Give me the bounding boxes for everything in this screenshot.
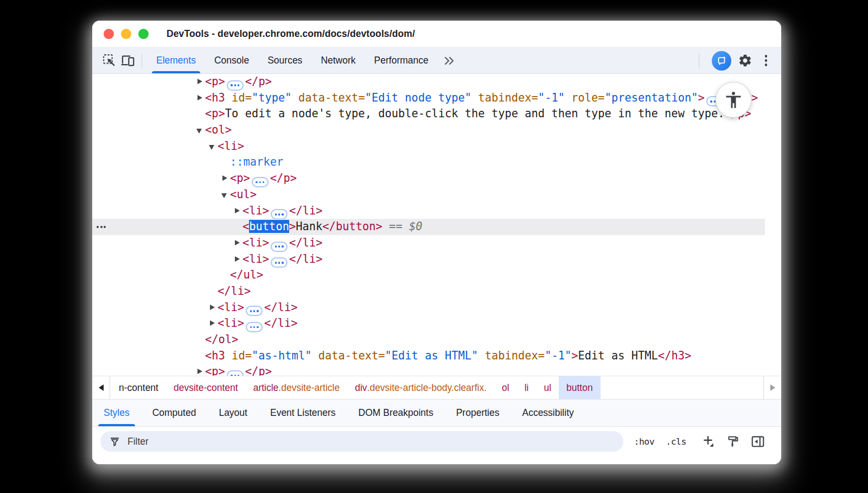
expand-arrow-icon[interactable] [221,175,230,182]
breadcrumb-item[interactable]: ol [494,376,517,399]
expand-arrow-icon[interactable] [196,94,205,102]
code-text: To edit a node's type, double-click the … [225,107,725,120]
new-style-rule-plus-icon[interactable] [701,434,715,448]
dom-tree-row[interactable]: <p></p> [92,74,781,90]
minimize-window-button[interactable] [121,29,131,39]
styles-tab-computed[interactable]: Computed [141,400,208,426]
element-classes-button[interactable]: .cls [666,437,686,447]
collapsed-content-icon[interactable] [227,370,244,376]
sidebar-toggle-icon[interactable] [751,434,765,448]
more-actions-icon[interactable] [97,226,106,228]
expand-arrow-icon[interactable] [209,304,218,312]
breadcrumb-item[interactable]: n-content [111,376,166,399]
styles-tab-layout[interactable]: Layout [207,400,259,426]
dom-tree-row[interactable]: <li></li> [92,203,781,219]
code-tag: <p> [205,107,225,120]
breadcrumb-scroll-right-button[interactable] [763,376,781,399]
collapsed-content-icon[interactable] [227,80,244,91]
styles-tab-accessibility[interactable]: Accessibility [510,400,585,426]
crumb-tag: ol [502,382,509,394]
toggle-element-state-button[interactable]: :hov [634,437,655,447]
collapsed-content-icon[interactable] [246,306,263,316]
inspect-cursor-icon[interactable] [100,52,118,70]
dom-tree-row[interactable]: </ol> [92,332,781,348]
tab-console[interactable]: Console [205,48,258,73]
close-window-button[interactable] [104,29,114,39]
code-tag: </p> [245,75,272,88]
expand-arrow-icon[interactable] [196,368,205,376]
breadcrumb-scroll-left-button[interactable] [92,376,110,399]
dom-tree-row[interactable]: ::marker [92,154,781,170]
crumb-tag: devsite-content [174,382,238,394]
toolbar-divider-right [699,53,699,68]
dom-tree-row[interactable]: <li></li> [92,300,781,316]
dom-tree-row[interactable]: <li></li> [92,315,781,332]
indent-spacer [221,271,230,279]
styles-tab-event-listeners[interactable]: Event Listeners [259,400,347,426]
filter-field[interactable] [100,431,623,452]
dom-tree-row[interactable]: <h3 id="type" data-text="Edit node type"… [92,90,781,106]
expand-arrow-icon[interactable] [196,78,205,86]
expand-arrow-icon[interactable] [234,256,242,263]
styles-tab-dom-breakpoints[interactable]: DOM Breakpoints [347,400,445,426]
dom-tree-row[interactable]: <p></p> [92,170,781,187]
code-attr: id= [225,91,252,104]
tab-sources[interactable]: Sources [258,48,311,73]
crumb-tag: article [253,382,279,394]
code-text: Hank [296,220,322,233]
settings-gear-icon[interactable] [736,52,755,70]
dom-tree-row[interactable]: <h3 id="as-html" data-text="Edit as HTML… [92,348,781,364]
breadcrumb-item[interactable]: ul [536,376,559,399]
filter-input[interactable] [127,436,615,447]
title-bar: DevTools - developer.chrome.com/docs/dev… [92,21,781,48]
paint-brush-icon[interactable] [726,435,739,448]
dom-tree-row[interactable]: <li></li> [92,235,781,251]
kebab-menu-icon[interactable] [760,52,773,69]
code-tag: > [571,349,578,362]
code-tag: <p> [205,365,225,376]
collapsed-content-icon[interactable] [271,209,288,219]
expand-arrow-icon[interactable] [209,143,218,150]
collapsed-content-icon[interactable] [271,242,288,252]
indent-spacer [221,159,230,166]
expand-arrow-icon[interactable] [209,320,218,327]
zoom-window-button[interactable] [138,29,149,39]
expand-arrow-icon[interactable] [196,127,205,134]
indent-spacer [234,223,242,231]
collapsed-content-icon[interactable] [271,257,288,268]
crumb-tag: ul [544,382,551,394]
tab-performance[interactable]: Performance [365,48,438,73]
expand-arrow-icon[interactable] [234,207,242,215]
tab-network[interactable]: Network [311,48,365,73]
code-tag: </li> [218,285,251,298]
dom-tree-row[interactable]: <p></p> [92,364,781,376]
dom-tree-row[interactable]: <button>Hank</button> == $0 [92,219,781,235]
breadcrumb-item[interactable]: devsite-content [166,376,246,399]
dom-tree-row[interactable]: <p>To edit a node's type, double-click t… [92,106,781,122]
tab-elements[interactable]: Elements [147,48,205,73]
dom-tree-row[interactable]: </li> [92,283,781,300]
expand-arrow-icon[interactable] [234,239,242,247]
expand-arrow-icon[interactable] [221,191,230,199]
dom-tree-row[interactable]: <li> [92,138,781,155]
dom-tree-row[interactable]: <ol> [92,122,781,138]
breadcrumb-item[interactable]: div.devsite-article-body.clearfix. [347,376,494,399]
styles-tab-properties[interactable]: Properties [445,400,511,426]
code-tag: <li> [218,317,244,330]
collapsed-content-icon[interactable] [246,322,263,332]
ai-assistance-icon[interactable] [712,51,731,71]
dom-tree-row[interactable]: </ul> [92,267,781,283]
styles-tab-styles[interactable]: Styles [92,400,141,426]
device-toolbar-icon[interactable] [118,52,137,70]
breadcrumb-item[interactable]: button [559,376,601,399]
code-marker: ::marker [230,155,283,168]
more-tabs-chevrons-icon[interactable] [438,54,462,67]
breadcrumb-item[interactable]: article.devsite-article [246,376,348,399]
traffic-lights [92,29,149,39]
code-tag: <h3 [205,91,225,104]
dom-tree-row[interactable]: <ul> [92,187,781,203]
breadcrumb-item[interactable]: li [517,376,537,399]
dom-tree-row[interactable]: <li></li> [92,251,781,268]
code-tag: < [242,220,249,233]
collapsed-content-icon[interactable] [252,177,269,187]
